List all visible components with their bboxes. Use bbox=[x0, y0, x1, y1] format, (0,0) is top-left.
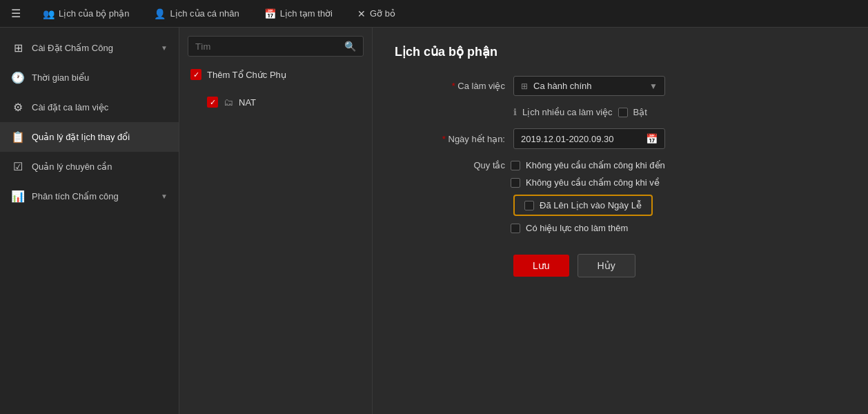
ngay-het-han-row: * Ngày hết hạn: 2019.12.01-2020.09.30 📅 bbox=[395, 128, 846, 149]
search-input[interactable] bbox=[195, 41, 339, 52]
quy-tac-label: Quy tắc bbox=[395, 160, 505, 170]
parent-checkbox[interactable]: ✓ bbox=[190, 69, 201, 80]
ca-lam-viec-label: * Ca làm việc bbox=[395, 81, 505, 91]
department-icon: 👥 bbox=[43, 8, 55, 19]
arrow-down-icon: ▼ bbox=[161, 44, 168, 52]
sidebar-item-quan-ly-chuyen-can[interactable]: ☑ Quản lý chuyên cần bbox=[0, 152, 179, 181]
calendar-date-icon: 📅 bbox=[646, 133, 658, 144]
cancel-button[interactable]: Hủy bbox=[578, 254, 635, 277]
rule3-highlighted-row: Đã Lên Lịch vào Ngày Lễ bbox=[513, 195, 653, 216]
sidebar-item-cai-dat-cham-cong[interactable]: ⊞ Cài Đặt Chấm Công ▼ bbox=[0, 33, 179, 63]
sidebar-item-quan-ly-dat-lich[interactable]: 📋 Quản lý đặt lịch thay đổi bbox=[0, 122, 179, 152]
main-layout: ⊞ Cài Đặt Chấm Công ▼ 🕐 Thời gian biểu ⚙… bbox=[0, 28, 868, 414]
rule1-row: Quy tắc Không yêu cầu chấm công khi đến bbox=[395, 160, 846, 170]
rule3-checkbox[interactable] bbox=[524, 201, 534, 210]
ca-lam-viec-row: * Ca làm việc ⊞ Ca hành chính ▼ bbox=[395, 76, 846, 96]
sidebar: ⊞ Cài Đặt Chấm Công ▼ 🕐 Thời gian biểu ⚙… bbox=[0, 28, 179, 414]
middle-panel: 🔍 ✓ Thêm Tổ Chức Phụ ✓ 🗂 NAT bbox=[179, 28, 373, 414]
rule1-checkbox[interactable] bbox=[511, 161, 520, 170]
calendar-icon: 📅 bbox=[264, 8, 276, 19]
rule4-checkbox[interactable] bbox=[511, 224, 520, 233]
top-bar: ☰ 👥 Lịch của bộ phận 👤 Lịch của cá nhân … bbox=[0, 0, 868, 28]
child-checkbox[interactable]: ✓ bbox=[207, 97, 218, 108]
bat-checkbox[interactable] bbox=[618, 108, 628, 117]
folder-icon: 🗂 bbox=[224, 97, 233, 108]
search-icon: 🔍 bbox=[344, 41, 356, 52]
person-icon: 👤 bbox=[154, 8, 166, 19]
rule3-container: Đã Lên Lịch vào Ngày Lễ bbox=[395, 195, 846, 216]
ca-lam-viec-select[interactable]: ⊞ Ca hành chính ▼ bbox=[513, 76, 665, 96]
grid-icon: ⊞ bbox=[11, 41, 25, 55]
check-icon: ☑ bbox=[11, 160, 25, 173]
lich-nhieu-ca-row: ℹ Lịch nhiều ca làm việc Bật bbox=[395, 107, 846, 117]
save-button[interactable]: Lưu bbox=[513, 255, 569, 277]
settings-icon: ⚙ bbox=[11, 101, 25, 114]
right-panel: Lịch của bộ phận * Ca làm việc ⊞ Ca hành… bbox=[373, 28, 868, 414]
sidebar-item-cai-dat-ca[interactable]: ⚙ Cài đặt ca làm việc bbox=[0, 92, 179, 122]
chart-icon: 📊 bbox=[11, 190, 25, 203]
ngay-het-han-input[interactable]: 2019.12.01-2020.09.30 📅 bbox=[513, 128, 665, 149]
select-grid-icon: ⊞ bbox=[521, 81, 528, 91]
tab-lich-tam-thoi[interactable]: 📅 Lịch tạm thời bbox=[259, 6, 338, 22]
required-star: * bbox=[452, 81, 455, 91]
sidebar-item-phan-tich-cham-cong[interactable]: 📊 Phân tích Chấm công ▼ bbox=[0, 181, 179, 211]
tab-lich-bo-phan[interactable]: 👥 Lịch của bộ phận bbox=[37, 6, 135, 22]
tab-lich-ca-nhan[interactable]: 👤 Lịch của cá nhân bbox=[148, 6, 244, 22]
arrow-down-icon-2: ▼ bbox=[161, 193, 168, 200]
tree-parent-item[interactable]: ✓ Thêm Tổ Chức Phụ bbox=[188, 65, 364, 84]
select-arrow-icon: ▼ bbox=[649, 81, 658, 91]
ngay-het-han-label: * Ngày hết hạn: bbox=[395, 134, 505, 144]
rule2-checkbox[interactable] bbox=[511, 178, 520, 188]
rule2-row: Không yêu cầu chấm công khi về bbox=[395, 177, 846, 188]
sidebar-item-thoi-gian-bieu[interactable]: 🕐 Thời gian biểu bbox=[0, 63, 179, 92]
action-row: Lưu Hủy bbox=[395, 254, 846, 277]
rule4-row: Có hiệu lực cho làm thêm bbox=[395, 223, 846, 233]
info-icon: ℹ bbox=[513, 107, 517, 117]
required-star-2: * bbox=[442, 134, 446, 144]
tab-go-bo[interactable]: ✕ Gỡ bỏ bbox=[352, 6, 401, 22]
panel-title: Lịch của bộ phận bbox=[395, 44, 846, 59]
list-icon: 📋 bbox=[11, 130, 25, 144]
close-icon: ✕ bbox=[357, 8, 366, 19]
clock-icon: 🕐 bbox=[11, 71, 25, 84]
search-box[interactable]: 🔍 bbox=[188, 36, 364, 57]
menu-icon[interactable]: ☰ bbox=[11, 7, 21, 20]
tree-child-item[interactable]: ✓ 🗂 NAT bbox=[188, 92, 364, 112]
